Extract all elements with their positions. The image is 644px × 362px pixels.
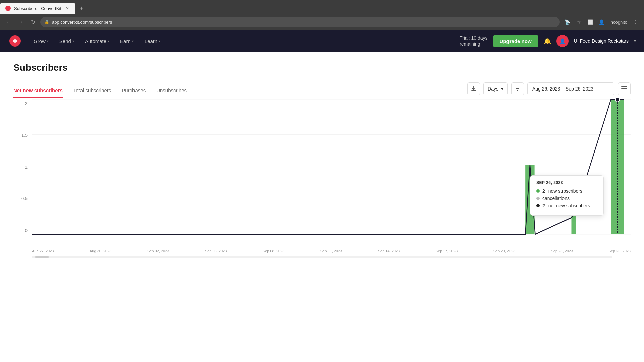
x-label-4: Sep 08, 2023 xyxy=(263,249,284,253)
days-select[interactable]: Days ▾ xyxy=(483,82,508,95)
chart-tooltip: SEP 26, 2023 2 new subscribers cancellat… xyxy=(530,175,604,216)
trial-text: Trial: 10 days remaining xyxy=(460,35,488,47)
new-subscribers-label: new subscribers xyxy=(548,188,582,194)
tab-total-subscribers[interactable]: Total subscribers xyxy=(73,83,111,97)
browser-tab-active[interactable]: Subscribers - ConvertKit ✕ xyxy=(0,3,75,14)
date-range[interactable]: Aug 26, 2023 – Sep 26, 2023 xyxy=(527,82,614,95)
x-label-8: Sep 20, 2023 xyxy=(493,249,515,253)
y-axis: 2 1.5 1 0.5 0 xyxy=(13,98,30,236)
x-label-10: Sep 26, 2023 xyxy=(609,249,631,253)
nav-item-send[interactable]: Send ▾ xyxy=(55,36,79,47)
download-icon xyxy=(471,86,477,92)
app-container: Grow ▾ Send ▾ Automate ▾ Earn ▾ Learn ▾ xyxy=(0,30,644,362)
send-chevron: ▾ xyxy=(72,39,74,43)
forward-button[interactable]: → xyxy=(16,17,25,27)
nav-menu: Grow ▾ Send ▾ Automate ▾ Earn ▾ Learn ▾ xyxy=(29,36,460,47)
main-nav: Grow ▾ Send ▾ Automate ▾ Earn ▾ Learn ▾ xyxy=(0,30,644,52)
net-new-dot xyxy=(536,204,540,207)
tab-title: Subscribers - ConvertKit xyxy=(14,6,61,11)
days-chevron: ▾ xyxy=(501,86,503,92)
nav-item-automate[interactable]: Automate ▾ xyxy=(80,36,114,47)
grow-chevron: ▾ xyxy=(47,39,49,43)
x-label-6: Sep 14, 2023 xyxy=(378,249,400,253)
net-new-label: net new subscribers xyxy=(548,203,590,208)
page-title: Subscribers xyxy=(13,62,631,73)
upgrade-button[interactable]: Upgrade now xyxy=(493,35,538,47)
filter-button[interactable] xyxy=(511,82,524,95)
browser-toolbar: ← → ↻ 🔒 app.convertkit.com/subscribers 📡… xyxy=(0,14,644,30)
scroll-bar[interactable] xyxy=(32,256,612,258)
x-label-0: Aug 27, 2023 xyxy=(32,249,54,253)
main-content: Subscribers Net new subscribers Total su… xyxy=(0,52,644,269)
reload-button[interactable]: ↻ xyxy=(28,17,38,27)
x-axis: Aug 27, 2023 Aug 30, 2023 Sep 02, 2023 S… xyxy=(32,249,631,253)
lock-icon: 🔒 xyxy=(44,20,49,24)
tooltip-row-net-new: 2 net new subscribers xyxy=(536,203,597,208)
notification-bell-icon[interactable]: 🔔 xyxy=(544,37,551,45)
nav-item-learn[interactable]: Learn ▾ xyxy=(140,36,165,47)
menu-lines-icon xyxy=(621,86,627,91)
cancellations-dot xyxy=(536,197,540,200)
y-label-0: 0 xyxy=(13,228,30,233)
y-label-0-5: 0.5 xyxy=(13,196,30,201)
tooltip-row-cancellations: cancellations xyxy=(536,196,597,201)
y-label-1: 1 xyxy=(13,165,30,170)
x-label-7: Sep 17, 2023 xyxy=(436,249,458,253)
net-new-count: 2 xyxy=(542,203,545,208)
automate-chevron: ▾ xyxy=(108,39,109,43)
browser-chrome: Subscribers - ConvertKit ✕ + ← → ↻ 🔒 app… xyxy=(0,0,644,30)
learn-chevron: ▾ xyxy=(159,39,160,43)
profile-icon[interactable]: 👤 xyxy=(597,17,606,27)
logo-icon xyxy=(9,35,21,47)
chart-menu-button[interactable] xyxy=(618,82,631,95)
tooltip-date: SEP 26, 2023 xyxy=(536,180,597,185)
browser-tabs: Subscribers - ConvertKit ✕ + xyxy=(0,0,644,14)
x-label-2: Sep 02, 2023 xyxy=(147,249,169,253)
more-options-icon[interactable]: ⋮ xyxy=(631,17,640,27)
y-label-2: 2 xyxy=(13,101,30,106)
x-label-1: Aug 30, 2023 xyxy=(90,249,111,253)
avatar[interactable]: 👤 xyxy=(556,35,569,47)
tab-favicon xyxy=(5,6,11,11)
scroll-thumb[interactable] xyxy=(35,256,49,258)
x-label-3: Sep 05, 2023 xyxy=(205,249,227,253)
nav-item-earn[interactable]: Earn ▾ xyxy=(115,36,139,47)
url-text: app.convertkit.com/subscribers xyxy=(52,20,556,25)
toolbar-actions: 📡 ☆ ⬜ 👤 Incognito ⋮ xyxy=(562,17,640,27)
incognito-label: Incognito xyxy=(608,20,629,25)
y-label-1-5: 1.5 xyxy=(13,133,30,138)
new-tab-button[interactable]: + xyxy=(77,4,86,13)
filter-icon xyxy=(515,86,521,92)
earn-chevron: ▾ xyxy=(132,39,134,43)
tablet-icon[interactable]: ⬜ xyxy=(585,17,595,27)
x-label-5: Sep 11, 2023 xyxy=(320,249,342,253)
address-bar[interactable]: 🔒 app.convertkit.com/subscribers xyxy=(40,17,560,27)
tab-unsubscribes[interactable]: Unsubscribes xyxy=(156,83,187,97)
x-label-9: Sep 23, 2023 xyxy=(551,249,573,253)
chart-controls: Days ▾ Aug 26, 2023 – Sep 26, 2023 xyxy=(467,82,631,98)
cast-icon[interactable]: 📡 xyxy=(562,17,572,27)
nav-right: Trial: 10 days remaining Upgrade now 🔔 👤… xyxy=(460,35,636,47)
new-subscribers-count: 2 xyxy=(542,188,545,194)
back-button[interactable]: ← xyxy=(4,17,13,27)
tooltip-row-new-subscribers: 2 new subscribers xyxy=(536,188,597,194)
cancellations-label: cancellations xyxy=(542,196,570,201)
nav-item-grow[interactable]: Grow ▾ xyxy=(29,36,53,47)
new-subscribers-dot xyxy=(536,189,540,193)
tabs-bar: Net new subscribers Total subscribers Pu… xyxy=(13,82,631,98)
bookmark-icon[interactable]: ☆ xyxy=(574,17,583,27)
logo[interactable] xyxy=(8,34,22,48)
download-button[interactable] xyxy=(467,82,480,95)
tab-purchases[interactable]: Purchases xyxy=(122,83,146,97)
tab-close-button[interactable]: ✕ xyxy=(65,6,70,11)
chart-area: 2 1.5 1 0.5 0 xyxy=(13,98,631,256)
user-menu-chevron[interactable]: ▾ xyxy=(634,39,636,43)
user-name: UI Feed Design Rockstars xyxy=(574,38,629,44)
tab-net-new-subscribers[interactable]: Net new subscribers xyxy=(13,83,63,97)
